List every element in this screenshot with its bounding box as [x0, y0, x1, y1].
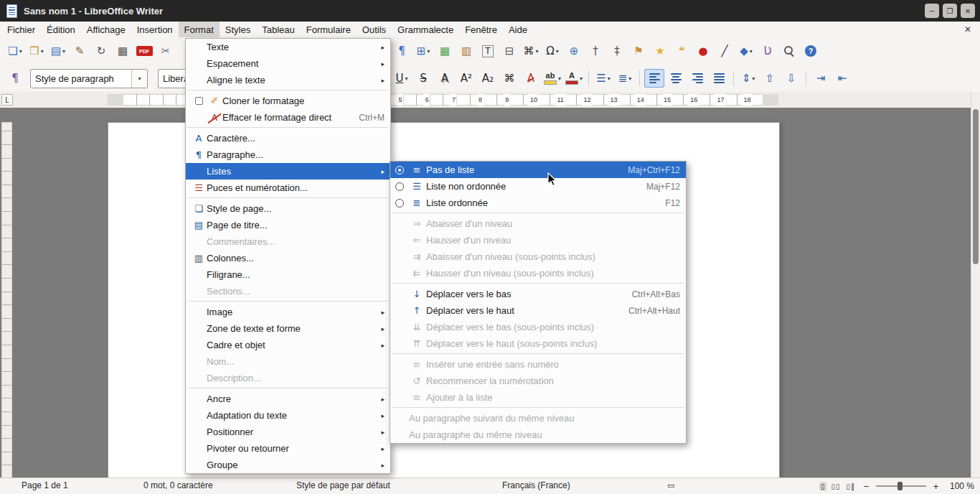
lists-submenu-item-pas-de-liste[interactable]: ≡Pas de listeMaj+Ctrl+F12 [390, 162, 686, 178]
menu-formulaire[interactable]: Formulaire [301, 22, 357, 37]
format-menu-item-texte[interactable]: Texte▸ [186, 39, 390, 55]
close-button[interactable]: ✕ [961, 4, 975, 18]
reload[interactable]: ↻ [91, 42, 111, 60]
clear-direct-formatting[interactable]: A [521, 69, 541, 88]
insert-line[interactable]: ╱ [715, 42, 735, 60]
insert-footnote[interactable]: † [585, 42, 606, 60]
format-menu-item-espacement[interactable]: Espacement▸ [186, 55, 390, 72]
increase-indent[interactable]: ⇥ [811, 69, 831, 88]
format-menu-item-style-de-page[interactable]: ❏Style de page... [186, 200, 390, 217]
decrease-indent[interactable]: ⇤ [832, 69, 852, 88]
page-style-field[interactable]: Style de page par défaut [296, 478, 390, 494]
menu-grammalecte[interactable]: Grammalecte [392, 22, 459, 37]
format-menu-item-pivoter-ou-retourner[interactable]: Pivoter ou retourner▸ [186, 440, 390, 457]
format-menu-item-paragraphe[interactable]: ¶Paragraphe... [186, 146, 390, 163]
special-character[interactable]: ⌘ [499, 69, 519, 88]
liste-non-ordonnee-radio[interactable] [395, 182, 404, 191]
insert-field-dropdown[interactable]: ▾ [535, 48, 538, 55]
text-shadow[interactable]: A [435, 69, 455, 88]
restore-button[interactable]: ❐ [943, 4, 957, 18]
pas-de-liste-radio[interactable] [395, 166, 404, 174]
track-changes[interactable]: ● [693, 42, 713, 60]
menu-styles[interactable]: Styles [220, 22, 256, 37]
lists-submenu-item-deplacer-vers-le-bas[interactable]: ↓Déplacer vers le basCtrl+Alt+Bas [390, 286, 686, 302]
print[interactable]: ▦ [113, 42, 133, 60]
basic-shapes-dropdown[interactable]: ▾ [750, 48, 753, 55]
insert-special-character-dropdown[interactable]: ▾ [556, 48, 559, 55]
cut[interactable]: ✂ [156, 42, 176, 60]
format-menu-item-image[interactable]: Image▸ [186, 304, 390, 320]
insert-chart[interactable]: ▥ [456, 42, 476, 60]
save-dropdown[interactable]: ▾ [62, 48, 65, 55]
zoom-in-button[interactable]: + [931, 481, 941, 492]
menu-affichage[interactable]: Affichage [81, 22, 131, 37]
lists-submenu-item-liste-non-ordonnee[interactable]: ☰Liste non ordonnéeMaj+F12 [390, 178, 686, 195]
highlighting-color[interactable]: ab▾ [542, 69, 562, 88]
underline-dropdown[interactable]: ▾ [405, 75, 407, 82]
insert-table[interactable]: ⊞▾ [413, 42, 433, 60]
format-menu-item-filigrane[interactable]: Filigrane... [186, 266, 390, 283]
vertical-ruler[interactable] [1, 122, 12, 478]
format-menu-item-effacer-le-formatage-direct[interactable]: AEffacer le formatage directCtrl+M [186, 109, 390, 126]
format-menu-item-puces-et-numerotation[interactable]: ☰Puces et numérotation... [186, 180, 390, 196]
menu-tableau[interactable]: Tableau [256, 22, 301, 37]
horizontal-ruler[interactable]: L 56789101112131415161718 [0, 92, 971, 108]
multi-page-view[interactable]: ▯▯ [829, 482, 842, 491]
insert-text-box[interactable]: T [478, 42, 498, 60]
insert-special-character[interactable]: Ω▾ [542, 42, 562, 60]
insert-image[interactable]: ▦ [435, 42, 455, 60]
export-pdf[interactable]: PDF [134, 42, 154, 60]
insert-page-break[interactable]: ⊟ [499, 42, 519, 60]
ordered-list[interactable]: ≣▾ [615, 69, 635, 88]
zoom-slider-thumb[interactable] [897, 482, 903, 490]
show-draw-functions[interactable]: Ʋ [758, 42, 778, 60]
menu-fichier[interactable]: Fichier [1, 22, 41, 37]
font-color[interactable]: A▾ [564, 69, 584, 88]
decrease-paragraph-spacing[interactable]: ⇩ [781, 69, 801, 88]
edit-mode[interactable]: ✎ [70, 42, 90, 60]
format-menu-item-aligne-le-texte[interactable]: Aligne le texte▸ [186, 72, 390, 88]
insert-comment[interactable]: ❝ [672, 42, 692, 60]
align-right[interactable] [687, 69, 707, 88]
zoom-slider[interactable] [876, 485, 926, 487]
vertical-scrollbar[interactable] [971, 92, 980, 478]
underline[interactable]: U▾ [392, 69, 412, 88]
word-count-field[interactable]: 0 mot, 0 caractère [143, 478, 213, 494]
liste-ordonnee-radio[interactable] [395, 199, 404, 208]
subscript[interactable]: A₂ [478, 69, 498, 88]
menu-outils[interactable]: Outils [357, 22, 392, 37]
new-document-dropdown[interactable]: ▾ [19, 48, 22, 55]
line-spacing[interactable]: ⇕▾ [738, 69, 758, 88]
close-document-icon[interactable]: ✕ [964, 24, 971, 34]
format-menu-item-listes[interactable]: Listes▸ [186, 163, 390, 180]
zoom-out-button[interactable]: − [862, 481, 871, 492]
selection-mode-icon[interactable]: ▭ [667, 478, 674, 494]
insert-cross-reference[interactable]: ★ [650, 42, 670, 60]
format-menu-item-caractere[interactable]: ACaractère... [186, 130, 390, 146]
format-menu-item-positionner[interactable]: Positionner▸ [186, 424, 390, 440]
book-view[interactable]: ▯‖ [844, 482, 857, 491]
insert-table-dropdown[interactable]: ▾ [427, 48, 430, 55]
format-menu-item-adaptation-du-texte[interactable]: Adaptation du texte▸ [186, 407, 390, 424]
scrollbar-thumb[interactable] [973, 109, 979, 264]
lists-submenu-item-liste-ordonnee[interactable]: ≣Liste ordonnéeF12 [390, 195, 686, 211]
align-center[interactable] [666, 69, 686, 88]
open-file[interactable]: ❒▾ [27, 42, 47, 60]
paragraph-style-spotlight[interactable]: ¶ [5, 69, 25, 88]
minimize-button[interactable]: − [925, 4, 939, 18]
ordered-list-dropdown[interactable]: ▾ [628, 75, 631, 82]
insert-hyperlink[interactable]: ⊕ [564, 42, 584, 60]
lists-submenu-item-deplacer-vers-le-haut[interactable]: ↑Déplacer vers le hautCtrl+Alt+Haut [390, 302, 686, 319]
page-count-field[interactable]: Page 1 de 1 [22, 478, 68, 494]
highlighting-color-dropdown[interactable]: ▾ [558, 75, 561, 82]
zoom-level-label[interactable]: 100 % [946, 481, 974, 491]
insert-field[interactable]: ⌘▾ [521, 42, 541, 60]
line-spacing-dropdown[interactable]: ▾ [752, 75, 755, 82]
menu-aide[interactable]: Aide [503, 22, 533, 37]
menu-format[interactable]: Format [179, 22, 220, 37]
format-menu-item-cadre-et-objet[interactable]: Cadre et objet▸ [186, 337, 390, 353]
format-menu-item-zone-de-texte-et-forme[interactable]: Zone de texte et forme▸ [186, 320, 390, 337]
new-document[interactable]: ❏▾ [5, 42, 25, 60]
help[interactable]: ? [801, 42, 821, 60]
tab-stop-selector[interactable]: L [1, 94, 13, 106]
